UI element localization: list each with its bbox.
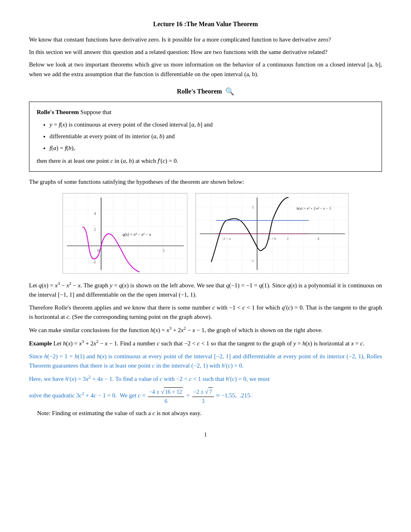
right-graph-svg: -2 = a 1 = b 2 4 2 -1 h(x) = x³ + 2·x² −… <box>196 193 349 274</box>
svg-text:0: 0 <box>98 248 100 253</box>
theorem-bullet-1: y = f(x) is continuous at every point of… <box>50 120 374 129</box>
svg-text:h(x) = x³ + 2·x² − x − 1: h(x) = x³ + 2·x² − x − 1 <box>297 206 331 210</box>
body-p2: Therefore Rolle's theorem applies and we… <box>29 303 382 322</box>
left-graph-svg: 0 5 2 4 -2 q(x) = x³ − x² − x <box>63 193 188 274</box>
with-word: with <box>164 376 175 382</box>
theorem-bullet-2: differentiable at every point of its int… <box>50 132 374 141</box>
theorem-bullets: y = f(x) is continuous at every point of… <box>50 120 374 153</box>
theorem-intro: Suppose that <box>79 109 112 115</box>
example-paragraph: Example Let h(x) = x3 + 2x2 − x − 1. Fin… <box>29 338 382 348</box>
svg-text:-1: -1 <box>251 259 254 263</box>
graphs-row: 0 5 2 4 -2 q(x) = x³ − x² − x <box>29 193 382 274</box>
rolles-title-text: Rolle's Theorem <box>177 87 222 97</box>
solution-p2: Here, we have h′(x) = 3x2 + 4x − 1. To f… <box>29 374 382 384</box>
right-graph: -2 = a 1 = b 2 4 2 -1 h(x) = x³ + 2·x² −… <box>195 193 349 274</box>
svg-text:5: 5 <box>163 248 165 253</box>
theorem-conclusion: then there is at least one point c in (a… <box>37 156 374 166</box>
solution-p1: Since h(−2) = 1 = h(1) and h(x) is conti… <box>29 352 382 371</box>
rolles-icon: 🔍 <box>225 86 234 98</box>
body-p3: We can make similar conclusions for the … <box>29 325 382 335</box>
svg-text:2: 2 <box>287 237 289 241</box>
theorem-box: Rolle's Theorem Suppose that y = f(x) is… <box>29 102 382 172</box>
svg-text:4: 4 <box>94 211 96 216</box>
body-p1: Let q(x) = x3 − x2 − x. The graph y = q(… <box>29 280 382 300</box>
intro-p2: In this section we will answer this ques… <box>29 48 382 57</box>
theorem-label: Rolle's Theorem <box>37 109 79 115</box>
note-text: Note: Finding or estimating the value of… <box>29 409 382 418</box>
example-label: Example <box>29 340 52 347</box>
svg-text:-2 = a: -2 = a <box>222 237 230 241</box>
svg-text:2: 2 <box>94 227 96 232</box>
svg-text:4: 4 <box>318 237 320 241</box>
page-title: Lecture 16 :The Mean Value Theorem <box>29 19 382 29</box>
intro-p3: Below we look at two important theorems … <box>29 60 382 79</box>
page-number: 1 <box>29 430 382 439</box>
svg-text:2: 2 <box>252 205 254 209</box>
solution-p3: solve the quadratic 3c2 + 4c − 1 = 0. We… <box>29 387 382 405</box>
left-graph: 0 5 2 4 -2 q(x) = x³ − x² − x <box>62 193 187 274</box>
intro-p1: We know that constant functions have der… <box>29 35 382 44</box>
graphs-caption: The graphs of some functions satisfying … <box>29 177 382 187</box>
theorem-bullet-3: f(a) = f(b), <box>50 143 374 153</box>
svg-text:-2: -2 <box>93 260 96 264</box>
svg-text:q(x) = x³ − x² − x: q(x) = x³ − x² − x <box>122 232 151 237</box>
rolles-section-title: Rolle's Theorem 🔍 <box>29 86 382 98</box>
svg-text:1 = b: 1 = b <box>269 237 276 241</box>
